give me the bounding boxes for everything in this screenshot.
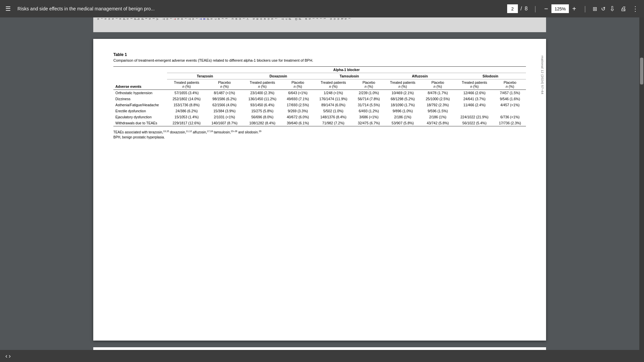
divider-2: |	[584, 5, 586, 13]
data-cell: 71/982 (7.2%)	[314, 120, 353, 126]
strip-char: s	[308, 18, 311, 32]
pdf-viewer[interactable]: n i s n s i s d s t d q d t s t A T n i	[0, 17, 639, 362]
strip-char: o	[260, 18, 263, 32]
terazosin-treated-header: Treated patientsn (%)	[167, 79, 206, 90]
data-cell: 2/239 (1.0%)	[353, 90, 385, 96]
data-cell	[455, 108, 494, 114]
strip-char: e	[217, 18, 220, 32]
next-page-button[interactable]: ›	[9, 353, 11, 360]
strip-char: i	[348, 18, 351, 32]
strip-char: i	[242, 18, 245, 32]
bottom-toolbar: ‹ ›	[0, 350, 644, 362]
data-cell: 56/696 (8.0%)	[243, 114, 282, 120]
strip-char: e	[305, 18, 308, 32]
zoom-out-button[interactable]: −	[543, 5, 549, 13]
more-options-button[interactable]: ⋮	[632, 5, 639, 13]
data-cell: 98/1586 (6.2%)	[206, 96, 243, 102]
tamsulosin-placebo-header: Placebon (%)	[353, 79, 385, 90]
strip-char: a	[256, 18, 259, 32]
page-number-input[interactable]	[507, 4, 518, 13]
zoom-level-input[interactable]	[551, 4, 569, 13]
strip-char: r	[221, 18, 224, 32]
rotate-button[interactable]: ↺	[601, 6, 605, 12]
tamsulosin-treated-header: Treated patientsn (%)	[314, 79, 353, 90]
table-row: Ejaculatory dysfunction 15/1053 (1.4%) 2…	[113, 114, 526, 120]
table-title: Table 1	[113, 52, 526, 57]
data-cell: 15/384 (3.9%)	[206, 108, 243, 114]
data-cell: 32/475 (6.7%)	[353, 120, 385, 126]
strip-char: s	[210, 18, 213, 32]
strip-char: i	[319, 18, 322, 32]
strip-char: s	[104, 18, 107, 32]
data-cell: 252/1802 (14.0%)	[167, 96, 206, 102]
data-cell: 2/1031 (<1%)	[206, 114, 243, 120]
strip-char: d	[288, 18, 291, 32]
main-container: n i s n s i s d s t d q d t s t A T n i	[0, 17, 644, 362]
data-cell: 24/386 (6.2%)	[167, 108, 206, 114]
strip-char: t	[152, 18, 155, 32]
adverse-event-cell: Withdrawals due to TEAEs	[113, 120, 167, 126]
terazosin-header: Terazosin	[167, 73, 243, 79]
terazosin-placebo-header: Placebon (%)	[206, 79, 243, 90]
strip-char: d	[298, 18, 301, 32]
data-cell: 2/186 (1%)	[421, 114, 455, 120]
scrollbar-thumb[interactable]	[640, 58, 643, 84]
fit-page-button[interactable]: ⊞	[593, 6, 597, 12]
vertical-scrollbar[interactable]	[639, 17, 644, 362]
data-cell: 68/1298 (5.2%)	[385, 96, 421, 102]
strip-char: s	[126, 18, 129, 32]
strip-char: i	[312, 18, 315, 32]
strip-char: <	[246, 18, 249, 32]
toolbar: ☰ Risks and side effects in the medical …	[0, 0, 644, 17]
strip-char: i	[184, 18, 187, 32]
data-cell: 93/1450 (6.4%)	[243, 102, 282, 108]
adverse-event-cell: Asthenia/Fatigue/Headache	[113, 102, 167, 108]
silodosin-treated-header: Treated patientsn (%)	[455, 79, 494, 90]
document-title: Risks and side effects in the medical ma…	[17, 6, 503, 11]
zoom-controls: − +	[543, 4, 577, 13]
table-row: Orthostatic hypotension 57/1655 (3.4%) 8…	[113, 90, 526, 96]
strip-char: i	[100, 18, 103, 32]
strip-char: d	[206, 18, 209, 32]
strip-char: ?	[284, 18, 287, 32]
data-cell: 2/186 (1%)	[385, 114, 421, 120]
data-cell: 40/672 (6.0%)	[282, 114, 314, 120]
strip-char: n	[238, 18, 241, 32]
strip-char: n	[166, 18, 169, 32]
data-cell: 224/1022 (21.9%)	[455, 114, 494, 120]
data-cell: 6/736 (<1%)	[494, 114, 526, 120]
data-cell: 229/1817 (12.6%)	[167, 120, 206, 126]
strip-char: d	[141, 18, 144, 32]
data-cell: 9/596 (1.5%)	[421, 108, 455, 114]
strip-char: s	[344, 18, 347, 32]
data-table: Adverse events Alpha-1 blocker Terazosin…	[113, 66, 526, 126]
data-cell: 176/1474 (11.9%)	[314, 96, 353, 102]
data-cell: 140/1607 (8.7%)	[206, 120, 243, 126]
table-row: Erectile dysfunction 24/386 (6.2%) 15/38…	[113, 108, 526, 114]
strip-char: e	[263, 18, 266, 32]
data-cell: 56/1022 (5.4%)	[455, 120, 494, 126]
strip-char: e	[235, 18, 238, 32]
data-cell: 153/1736 (8.8%)	[167, 102, 206, 108]
download-button[interactable]: ⇩	[609, 5, 615, 13]
strip-char: 8	[203, 18, 206, 32]
strip-char: d	[122, 18, 125, 32]
data-cell: 11/466 (2.4%)	[455, 102, 494, 108]
menu-icon[interactable]: ☰	[5, 5, 11, 12]
print-button[interactable]: 🖨	[621, 5, 627, 12]
page-total: 8	[525, 6, 528, 12]
adverse-event-cell: Ejaculatory dysfunction	[113, 114, 167, 120]
strip-char: q	[137, 18, 140, 32]
alfuzosin-treated-header: Treated patientsn (%)	[385, 79, 421, 90]
data-cell: 8/1487 (<1%)	[206, 90, 243, 96]
table-caption: Comparison of treatment-emergent adverse…	[113, 58, 526, 62]
strip-char: n	[329, 18, 332, 32]
silodosin-placebo-header: Placebon (%)	[494, 79, 526, 90]
prev-page-button[interactable]: ‹	[5, 353, 7, 360]
zoom-in-button[interactable]: +	[571, 5, 578, 13]
data-cell: 24/641 (3.7%)	[455, 96, 494, 102]
right-margin-text: rnational 12 (2024) 57–64	[541, 56, 544, 95]
data-cell: 18/792 (2.3%)	[421, 102, 455, 108]
strip-char: i	[169, 18, 172, 32]
strip-char: T	[162, 18, 165, 32]
